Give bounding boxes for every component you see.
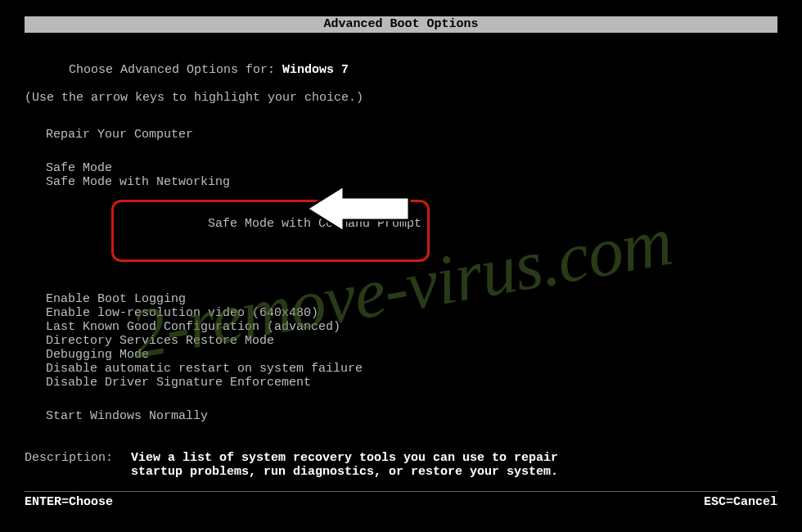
hint-line: (Use the arrow keys to highlight your ch… [25, 91, 777, 105]
title-text: Advanced Boot Options [323, 17, 478, 31]
menu-item-disable-auto-restart[interactable]: Disable automatic restart on system fail… [43, 362, 366, 376]
menu-item-debugging-mode[interactable]: Debugging Mode [43, 348, 152, 362]
menu-item-enable-boot-logging[interactable]: Enable Boot Logging [43, 292, 189, 306]
prompt-line: Choose Advanced Options for: Windows 7 [25, 49, 777, 91]
menu-item-repair-your-computer[interactable]: Repair Your Computer [43, 128, 196, 142]
menu-item-start-normally[interactable]: Start Windows Normally [43, 409, 211, 423]
prompt-label: Choose Advanced Options for: [69, 63, 282, 77]
menu-item-highlighted-wrap: Safe Mode with Command Prompt [116, 203, 425, 259]
footer-bar: ENTER=Choose ESC=Cancel [25, 491, 777, 509]
menu-item-safe-mode-networking[interactable]: Safe Mode with Networking [43, 175, 233, 189]
menu-item-ds-restore-mode[interactable]: Directory Services Restore Mode [43, 334, 277, 348]
menu-group-repair: Repair Your Computer [43, 128, 777, 142]
os-name: Windows 7 [282, 63, 349, 77]
description-label: Description: [25, 451, 113, 465]
menu-group-safe-mode: Safe Mode Safe Mode with Networking Safe… [43, 161, 777, 273]
menu-group-normal: Start Windows Normally [43, 409, 777, 423]
menu-item-safe-mode[interactable]: Safe Mode [43, 161, 115, 175]
menu-item-safe-mode-command-prompt[interactable]: Safe Mode with Command Prompt [205, 217, 425, 231]
footer-enter: ENTER=Choose [25, 495, 113, 509]
description-block: Description: View a list of system recov… [25, 451, 777, 479]
title-bar: Advanced Boot Options [25, 16, 777, 33]
menu-item-disable-driver-sig[interactable]: Disable Driver Signature Enforcement [43, 376, 314, 390]
description-text: View a list of system recovery tools you… [131, 451, 589, 479]
boot-menu[interactable]: Repair Your Computer Safe Mode Safe Mode… [43, 128, 777, 423]
menu-item-last-known-good[interactable]: Last Known Good Configuration (advanced) [43, 320, 344, 334]
footer-esc: ESC=Cancel [704, 495, 777, 509]
menu-group-advanced: Enable Boot Logging Enable low-resolutio… [43, 292, 777, 390]
highlight-ring [111, 200, 430, 262]
menu-item-low-res-video[interactable]: Enable low-resolution video (640x480) [43, 306, 322, 320]
